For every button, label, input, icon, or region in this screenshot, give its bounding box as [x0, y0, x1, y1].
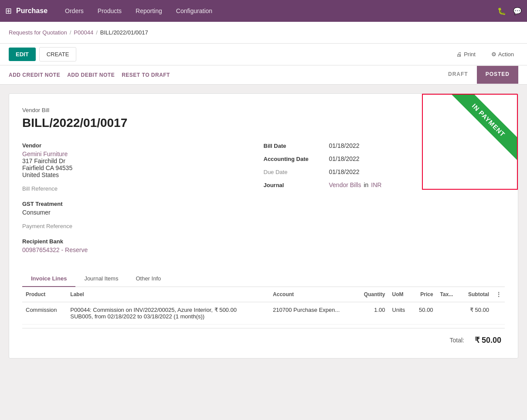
invoice-table: Product Label Account Quantity UoM Price… — [22, 287, 505, 324]
action-label: Action — [498, 51, 514, 58]
gear-icon: ⚙ — [491, 51, 496, 58]
grid-icon[interactable]: ⊞ — [5, 6, 12, 16]
payment-reference-field: Payment Reference — [22, 223, 264, 238]
due-date-value[interactable]: 01/18/2022 — [329, 168, 360, 175]
status-draft[interactable]: DRAFT — [439, 66, 477, 84]
top-navigation: ⊞ Purchase Orders Products Reporting Con… — [0, 0, 527, 22]
recipient-bank-label: Recipient Bank — [22, 238, 264, 245]
gst-treatment-value[interactable]: Consumer — [22, 209, 264, 216]
action-bar: EDIT CREATE 🖨 Print ⚙ Action — [0, 44, 527, 65]
vendor-address-3: United States — [22, 171, 264, 178]
main-content: IN PAYMENT Vendor Bill BILL/2022/01/0017… — [0, 85, 527, 367]
vendor-name[interactable]: Gemini Furniture — [22, 150, 264, 157]
journal-currency[interactable]: INR — [371, 181, 381, 188]
cell-product[interactable]: Commission — [22, 302, 67, 324]
cell-label[interactable]: P00044: Commission on INV/2022/00025, Az… — [67, 302, 269, 324]
col-subtotal: Subtotal — [460, 287, 493, 302]
status-posted[interactable]: POSTED — [477, 66, 518, 84]
cell-tax[interactable] — [437, 302, 460, 324]
table-row: Commission P00044: Commission on INV/202… — [22, 302, 505, 324]
tabs-bar: Invoice Lines Journal Items Other Info — [22, 271, 505, 287]
nav-configuration[interactable]: Configuration — [169, 0, 219, 22]
tab-other-info[interactable]: Other Info — [127, 271, 170, 287]
nav-products[interactable]: Products — [91, 0, 129, 22]
nav-reporting[interactable]: Reporting — [129, 0, 169, 22]
app-name: Purchase — [16, 7, 48, 15]
bill-card: IN PAYMENT Vendor Bill BILL/2022/01/0017… — [9, 93, 518, 359]
tab-journal-items[interactable]: Journal Items — [75, 271, 127, 287]
breadcrumb-sep-1: / — [70, 29, 71, 36]
print-icon: 🖨 — [456, 51, 462, 58]
nav-orders[interactable]: Orders — [58, 0, 91, 22]
recipient-bank-value[interactable]: 00987654322 - Reserve — [22, 246, 264, 253]
journal-value[interactable]: Vendor Bills — [329, 181, 361, 188]
total-value: ₹ 50.00 — [475, 335, 501, 345]
col-product: Product — [22, 287, 67, 302]
total-row: Total: ₹ 50.00 — [22, 328, 505, 345]
cell-uom[interactable]: Units — [389, 302, 412, 324]
journal-value-group: Vendor Bills in INR — [329, 181, 382, 188]
left-fields: Vendor Gemini Furniture 317 Fairchild Dr… — [22, 142, 264, 260]
status-bar: ADD CREDIT NOTE ADD DEBIT NOTE RESET TO … — [0, 65, 527, 85]
bill-date-value[interactable]: 01/18/2022 — [329, 142, 360, 149]
cell-account[interactable]: 210700 Purchase Expen... — [269, 302, 356, 324]
col-label: Label — [67, 287, 269, 302]
create-button[interactable]: CREATE — [39, 47, 77, 61]
print-label: Print — [464, 51, 476, 58]
nav-right-icons: 🐛 💬 — [497, 7, 522, 15]
action-button[interactable]: ⚙ Action — [487, 48, 518, 60]
chat-icon[interactable]: 💬 — [513, 7, 522, 15]
table-header: Product Label Account Quantity UoM Price… — [22, 287, 505, 302]
breadcrumb-rfq[interactable]: Requests for Quotation — [9, 29, 67, 36]
breadcrumb: Requests for Quotation / P00044 / BILL/2… — [0, 22, 527, 44]
journal-label: Journal — [264, 182, 329, 188]
breadcrumb-current: BILL/2022/01/0017 — [100, 29, 148, 36]
bug-icon[interactable]: 🐛 — [497, 7, 506, 15]
add-debit-note-button[interactable]: ADD DEBIT NOTE — [67, 72, 122, 78]
cell-quantity[interactable]: 1.00 — [356, 302, 389, 324]
vendor-address-1: 317 Fairchild Dr — [22, 157, 264, 164]
in-payment-ribbon: IN PAYMENT — [448, 94, 518, 161]
gst-treatment-field: GST Treatment Consumer — [22, 201, 264, 223]
col-quantity: Quantity — [356, 287, 389, 302]
payment-reference-label: Payment Reference — [22, 223, 264, 229]
due-date-label: Due Date — [264, 169, 329, 175]
col-account: Account — [269, 287, 356, 302]
label-line2: SUB005, from 02/18/2022 to 03/18/2022 (1… — [70, 313, 266, 320]
breadcrumb-sep-2: / — [96, 29, 98, 36]
edit-button[interactable]: EDIT — [9, 48, 36, 61]
bill-date-label: Bill Date — [264, 143, 329, 149]
total-label: Total: — [449, 337, 464, 344]
col-options: ⋮ — [493, 287, 505, 302]
cell-options[interactable] — [493, 302, 505, 324]
col-uom: UoM — [389, 287, 412, 302]
action-bar-right: 🖨 Print ⚙ Action — [452, 48, 518, 60]
reset-to-draft-button[interactable]: RESET TO DRAFT — [122, 72, 177, 78]
breadcrumb-po[interactable]: P00044 — [74, 29, 93, 36]
bill-reference-label: Bill Reference — [22, 185, 264, 192]
ribbon-container: IN PAYMENT — [422, 94, 518, 190]
tab-invoice-lines[interactable]: Invoice Lines — [22, 271, 75, 287]
table-body: Commission P00044: Commission on INV/202… — [22, 302, 505, 324]
bill-reference-field: Bill Reference — [22, 185, 264, 201]
status-indicator: DRAFT POSTED — [439, 66, 518, 84]
vendor-address-2: Fairfield CA 94535 — [22, 164, 264, 171]
vendor-label: Vendor — [22, 142, 264, 149]
vendor-field: Vendor Gemini Furniture 317 Fairchild Dr… — [22, 142, 264, 185]
add-credit-note-button[interactable]: ADD CREDIT NOTE — [9, 72, 67, 78]
cell-subtotal: ₹ 50.00 — [460, 302, 493, 324]
gst-treatment-label: GST Treatment — [22, 201, 264, 207]
recipient-bank-field: Recipient Bank 00987654322 - Reserve — [22, 238, 264, 260]
label-line1: P00044: Commission on INV/2022/00025, Az… — [70, 307, 266, 313]
accounting-date-label: Accounting Date — [264, 156, 329, 162]
col-tax: Tax... — [437, 287, 460, 302]
print-button[interactable]: 🖨 Print — [452, 48, 480, 60]
accounting-date-value[interactable]: 01/18/2022 — [329, 155, 360, 162]
col-price: Price — [412, 287, 437, 302]
journal-in: in — [364, 181, 368, 188]
cell-price[interactable]: 50.00 — [412, 302, 437, 324]
